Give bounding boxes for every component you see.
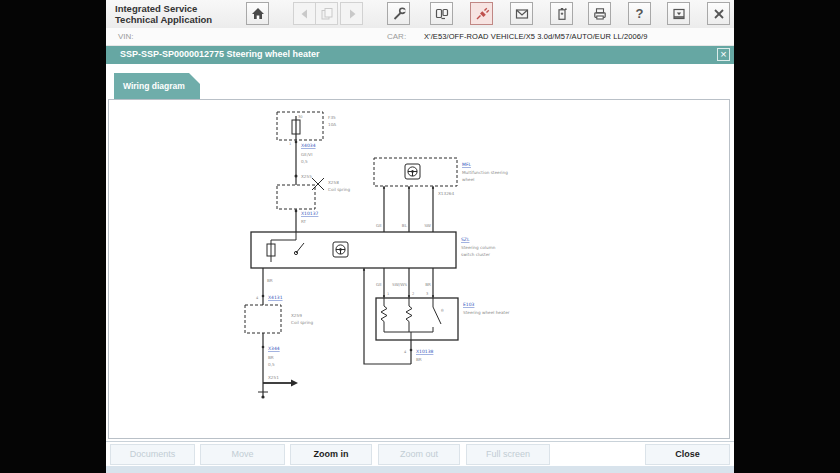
forward-button[interactable] bbox=[340, 2, 363, 25]
heater-code-link[interactable]: E103 bbox=[463, 302, 475, 307]
connector-link-x344[interactable]: X344 bbox=[268, 346, 280, 351]
fuse-name: F35 bbox=[328, 115, 336, 120]
zoom-in-button[interactable]: Zoom in bbox=[290, 444, 372, 465]
zoom-out-button[interactable]: Zoom out bbox=[378, 444, 460, 465]
help-button[interactable]: ? bbox=[628, 2, 651, 25]
connector-link-x4034[interactable]: X4034 bbox=[301, 143, 316, 148]
document-close-button[interactable]: × bbox=[717, 48, 730, 61]
heater-name: Steering wheel heater bbox=[463, 310, 510, 315]
connector-link-x4131[interactable]: X4131 bbox=[268, 295, 283, 300]
mfl-connector-label: X13264 bbox=[438, 191, 455, 196]
wiring-diagram-canvas[interactable]: 30 F35 10A 1 X4034 GE/VI 0,5 X255 X258 C… bbox=[108, 99, 730, 439]
home-button[interactable] bbox=[246, 2, 269, 25]
thermal-switch-label: θ bbox=[441, 308, 444, 313]
coil1-line1: X258 bbox=[328, 180, 339, 185]
szl-box bbox=[251, 232, 456, 268]
heater-box bbox=[376, 298, 458, 340]
minimize-window-icon bbox=[671, 6, 687, 22]
coil-spring-box-2 bbox=[245, 305, 281, 333]
szl-steering-wheel-icon bbox=[336, 245, 345, 254]
close-app-button[interactable] bbox=[707, 2, 730, 25]
forward-arrow-icon bbox=[344, 6, 360, 22]
move-button[interactable]: Move bbox=[200, 444, 285, 465]
wire-upper-3: SW bbox=[424, 223, 431, 228]
plug-icon bbox=[474, 6, 490, 22]
coil1-line2: Coil spring bbox=[328, 187, 351, 192]
footer-strip bbox=[106, 466, 734, 473]
back-arrow-icon bbox=[297, 6, 313, 22]
wire-upper-2: BL bbox=[402, 223, 408, 228]
coil2-line1: X259 bbox=[291, 313, 302, 318]
footer-toolbar: Documents Move Zoom in Zoom out Full scr… bbox=[106, 441, 734, 467]
ground-point bbox=[261, 395, 264, 398]
connector-button[interactable] bbox=[470, 2, 493, 25]
device-icon bbox=[434, 6, 450, 22]
wire-upper-1: GE bbox=[376, 223, 382, 228]
mfl-steering-wheel-icon bbox=[408, 167, 417, 176]
left-wire1: BR bbox=[268, 355, 274, 360]
back-button[interactable] bbox=[293, 2, 316, 25]
wiring-diagram-svg: 30 F35 10A 1 X4034 GE/VI 0,5 X255 X258 C… bbox=[109, 100, 729, 438]
help-icon: ? bbox=[636, 6, 644, 21]
toolbar: Integrated Service Technical Application bbox=[106, 0, 734, 29]
app-title: Integrated Service Technical Application bbox=[115, 3, 212, 25]
app-title-line2: Technical Application bbox=[115, 14, 212, 25]
heater-pin-1: 1 bbox=[387, 292, 389, 296]
twist-symbol bbox=[312, 178, 324, 190]
battery-button[interactable] bbox=[550, 2, 573, 25]
vin-label: VIN: bbox=[118, 32, 134, 41]
fuse-rating: 10A bbox=[328, 122, 336, 127]
reports-button[interactable] bbox=[315, 2, 338, 25]
close-icon bbox=[711, 6, 727, 22]
close-button[interactable]: Close bbox=[645, 444, 730, 465]
mfl-name2: wheel bbox=[462, 177, 474, 182]
wire-size-top: 0,5 bbox=[301, 159, 308, 164]
vehicle-interface-button[interactable] bbox=[430, 2, 453, 25]
heater-element-2 bbox=[406, 298, 412, 332]
heater-pin-3: 3 bbox=[426, 292, 428, 296]
workshop-button[interactable] bbox=[387, 2, 410, 25]
documents-button[interactable]: Documents bbox=[110, 444, 195, 465]
heater-pin-2: 2 bbox=[412, 292, 414, 296]
wire-lower-3: BR bbox=[425, 282, 431, 287]
fuse-pin-label: 30 bbox=[298, 115, 303, 119]
conn-top-pin: 1 bbox=[289, 142, 291, 146]
app-window: Integrated Service Technical Application bbox=[106, 0, 734, 473]
left-pin: 4 bbox=[256, 296, 259, 300]
battery-icon bbox=[554, 6, 570, 22]
pages-icon bbox=[319, 6, 335, 22]
left-wire2: 0,5 bbox=[268, 362, 275, 367]
car-label: CAR: bbox=[387, 32, 406, 41]
mfl-name1: Multifunction steering bbox=[462, 170, 508, 175]
minimize-button[interactable] bbox=[667, 2, 690, 25]
wrench-icon bbox=[391, 6, 407, 22]
document-header: SSP-SSP-SP0000012775 Steering wheel heat… bbox=[106, 46, 734, 64]
connector-link-x10137[interactable]: X10137 bbox=[301, 211, 319, 216]
coil2-line2: Coil spring bbox=[291, 320, 314, 325]
splice-label: X255 bbox=[301, 174, 312, 179]
messages-button[interactable] bbox=[510, 2, 533, 25]
document-title: SSP-SSP-SP0000012775 Steering wheel heat… bbox=[120, 49, 320, 59]
wire-color-mid: RT bbox=[301, 219, 307, 224]
left-wire-top: BR bbox=[267, 278, 273, 283]
heater-element-1 bbox=[381, 298, 387, 332]
arrow-label: X251 bbox=[268, 375, 279, 380]
heater-conn-pin: 4 bbox=[404, 350, 407, 354]
envelope-icon bbox=[514, 6, 530, 22]
connector-link-x10138[interactable]: X10138 bbox=[416, 349, 434, 354]
wire-lower-2: SW/WS bbox=[392, 282, 407, 287]
szl-name1: Steering column bbox=[461, 245, 496, 250]
printer-icon bbox=[592, 6, 608, 22]
szl-code-link[interactable]: SZL bbox=[461, 237, 470, 242]
mfl-code-link[interactable]: MFL bbox=[462, 162, 471, 167]
full-screen-button[interactable]: Full screen bbox=[466, 444, 550, 465]
car-value: X'/E53/OFF-ROAD VEHICLE/X5 3.0d/M57/AUTO… bbox=[424, 32, 647, 41]
home-icon bbox=[250, 6, 266, 22]
app-title-line1: Integrated Service bbox=[115, 3, 212, 14]
wire-color-top1: GE/VI bbox=[301, 152, 312, 157]
tab-wiring-diagram[interactable]: Wiring diagram bbox=[114, 73, 200, 100]
heater-wire-color: BR bbox=[416, 357, 422, 362]
print-button[interactable] bbox=[588, 2, 611, 25]
vehicle-info-bar: VIN: CAR: X'/E53/OFF-ROAD VEHICLE/X5 3.0… bbox=[106, 28, 734, 46]
wire-lower-1: GE bbox=[376, 282, 382, 287]
